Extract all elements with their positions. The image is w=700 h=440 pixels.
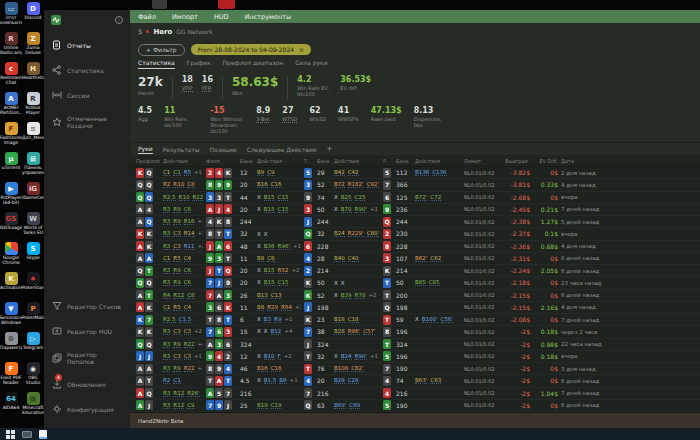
report-tab-Следующие Действия[interactable]: Следующие Действия [247,146,317,153]
hand-row[interactable]: A4R3R9C6AJ420XB15C15350XB70R90'+19236NL0… [130,204,700,216]
hand-row[interactable]: AKC1R5C436K11B8R29R64+3J198Q198NL0.01/0.… [130,302,700,314]
desktop-icon[interactable]: RRoblox Player [22,90,44,120]
hand-row[interactable]: AAC1R5C493T11B8C8428B40C403107B62'C62NL0… [130,253,700,265]
sidebar-item-sessions[interactable]: Сессии [44,83,130,108]
desktop-icon[interactable]: ▷Telegram [22,330,44,360]
sidebar-item-statistics[interactable]: Статистика [44,58,130,83]
hand-row[interactable]: QTR3R9C6JTQ20XB15R52+22214K214NL0.01/0.0… [130,265,700,277]
column-header[interactable]: Действия [163,158,203,164]
desktop-icon[interactable]: iGiGameCenter [22,180,44,210]
hand-row[interactable]: AKR3C3R11+2JA648XB36R96'+162288228NL0.01… [130,241,700,253]
date-filter-pill[interactable]: From 28-08-2024 to 04-09-2024 × [191,44,311,55]
hand-row[interactable]: AAR3R9R22+189446B16C16T76B108C62'7190NL0… [130,363,700,375]
column-header[interactable]: Префлоп [136,158,160,164]
hand-row[interactable]: QQR2.5R10R22+133T44XB15C15974XB25C256125… [130,192,700,204]
info-icon[interactable]: i [115,16,123,24]
desktop-icon[interactable]: AAOMEI Partition... [0,90,22,120]
hand-row[interactable]: KKR3C3R14+18TT32XXQ32B24R229'C80'2230NL0… [130,228,700,240]
action-token: C57' [363,328,375,335]
player-name[interactable]: Hero [153,28,172,36]
column-header[interactable]: Т. [304,158,314,164]
hand-row[interactable]: KKR3C3C3+276315XXB12+4738B28R86'C57'8196… [130,326,700,338]
taskbar-app-icon[interactable] [39,430,47,439]
column-header[interactable]: Действия [257,158,301,164]
column-header[interactable]: Флоп [206,158,237,164]
menu-импорт[interactable]: Импорт [172,13,198,21]
desktop-icon[interactable]: PPokerMatch [22,300,44,330]
hand-row[interactable]: KQC1C1R5+124K12B9C9529B42C425112B136C136… [130,167,700,179]
desktop-icon[interactable]: FFoxit PDF Reader [0,360,22,390]
desktop-icon[interactable]: cRestream Chat [0,60,22,90]
sidebar-item-configuration[interactable]: Конфигурация [44,397,130,422]
report-tab-Результаты[interactable]: Результаты [163,146,200,153]
card: 8 [206,364,214,374]
won-amount: -2$ [505,402,530,409]
desktop-icon[interactable]: ◉OBS Studio [22,360,44,390]
desktop-icon[interactable]: ▼Безопасность Windows [0,300,22,330]
hand-row[interactable]: QQR2R10C889920B16C16352B72R182'C92'7366N… [130,179,700,191]
tab-График[interactable]: График [187,59,211,68]
column-header[interactable]: Банк [396,158,412,164]
add-filter-button[interactable]: + Фильтр [138,44,185,56]
column-header[interactable]: Банк [240,158,254,164]
keyboard-icon[interactable] [22,431,32,438]
desktop-icon[interactable]: ⚙Параметры [0,330,22,360]
column-header[interactable]: Действия [415,158,461,164]
column-header[interactable]: EV Diff. [533,158,558,164]
card: 7 [206,327,214,337]
desktop-icon[interactable]: ≡Доп_Мене... [22,120,44,150]
desktop-icon[interactable]: ▦Minecraft Education [22,390,44,420]
desktop-icon[interactable]: ROnline Radio.amp... [0,30,22,60]
hand-row[interactable]: JJR3C3C3+194212XB10F+2T32XB24R90'+15196N… [130,351,700,363]
report-tab-Позиции[interactable]: Позиции [210,146,237,153]
sidebar-item-updates[interactable]: Обновления4 [44,372,130,397]
desktop-icon[interactable]: ♠PokerStars [22,270,44,300]
sidebar-item-hud-editor[interactable]: Редактор HUD [44,319,130,344]
hand-row[interactable]: ATR4R12C87A326B13C13K52XB39R78+2T200NL0.… [130,290,700,302]
remove-filter-icon[interactable]: × [299,46,304,53]
desktop-icon[interactable]: ⊞Панель управления [22,150,44,180]
menu-hud[interactable]: HUD [214,13,229,21]
column-header[interactable]: Банк [317,158,331,164]
desktop-icon[interactable]: SSkype [22,240,44,270]
sidebar-item-popup-editor[interactable]: Редактор Попапов [44,344,130,372]
desktop-icon[interactable]: ZZuma Deluxe [22,30,44,60]
desktop-icon[interactable]: GSGGToxageOK [0,210,22,240]
hand-row[interactable]: AQR3R12R26'+2A5721672164216NL0.01/0.02-2… [130,388,700,400]
column-header[interactable]: Дата [561,158,613,164]
desktop-icon[interactable]: ▶PotPlayer (64-bit) [0,180,22,210]
column-header[interactable]: Лимит [464,158,502,164]
card: T [383,315,391,325]
column-header[interactable]: Р. [383,158,393,164]
hand-row[interactable]: QQR3R9C67J920XB15C15K50XXT50B85C85NL0.01… [130,277,700,289]
hand-row[interactable]: ATR2C1TAT4.5XB1.5B8+1420B28C28474B63'C63… [130,375,700,387]
hand-row[interactable]: QQR3R9R22+4A36324J324T324NL0.01/0.02-2$0… [130,339,700,351]
menu-инструменты[interactable]: Инструменты [245,13,292,21]
desktop-icon[interactable]: µuTorrent [0,150,22,180]
hand-row[interactable]: K7R2.5C1.5T8T6XB3R9+1K23B18C18T59XB100'C… [130,314,700,326]
desktop-icon[interactable]: KActivators [0,270,22,300]
tab-Префлоп диапазон[interactable]: Префлоп диапазон [223,59,284,68]
card: T [304,364,312,374]
card: K [304,278,312,288]
desktop-icon[interactable]: HHearthstone [22,60,44,90]
hand-row[interactable]: AQR3R9R16+14K8244J244Q244NL0.01/0.02-2.3… [130,216,700,228]
menu-файл[interactable]: Файл [138,13,156,21]
start-button-icon[interactable] [6,430,15,439]
desktop-icon[interactable]: FFastStone Image Viewer [0,120,22,150]
desktop-icon[interactable]: ▭Этот компьютер [0,0,22,30]
sidebar-item-reports[interactable]: Отчеты [44,33,130,58]
sidebar-item-stack-editor[interactable]: Редактор Стаков [44,294,130,319]
desktop-icon[interactable]: DDiscord [22,0,44,30]
sidebar-item-marked[interactable]: Отмеченные Раздачи [44,108,130,136]
column-header[interactable]: Выиграл ↓ [505,158,530,164]
desktop-icon[interactable]: Google Chrome [0,240,22,270]
desktop-icon[interactable]: 64AIDA64 [0,390,22,420]
add-report-tab-button[interactable]: + [326,145,332,153]
tab-Статистика[interactable]: Статистика [138,59,175,69]
tab-Сила руки[interactable]: Сила руки [295,59,327,68]
desktop-icon[interactable]: WWorld of Tanks EU [22,210,44,240]
hand-row[interactable]: AJR3R12C979J25B19C19Q63B69'C695190NL0.01… [130,400,700,412]
column-header[interactable]: Действия [334,158,380,164]
report-tab-Руки[interactable]: Руки [138,145,153,154]
